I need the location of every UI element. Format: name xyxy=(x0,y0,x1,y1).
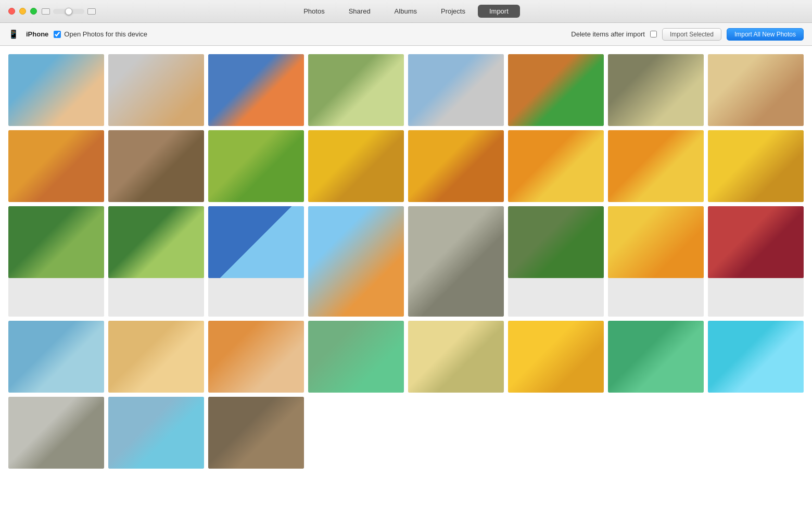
window-controls xyxy=(8,8,37,15)
tab-projects[interactable]: Projects xyxy=(429,5,477,18)
photo-thumbnail[interactable] xyxy=(608,321,704,393)
tab-bar: Photos Shared Albums Projects Import xyxy=(292,5,520,18)
minimize-button[interactable] xyxy=(19,8,26,15)
photo-thumbnail[interactable] xyxy=(208,54,304,126)
photo-thumbnail[interactable] xyxy=(308,206,404,317)
photo-thumbnail[interactable] xyxy=(508,206,604,317)
photo-thumbnail[interactable] xyxy=(708,130,804,202)
photo-thumbnail[interactable] xyxy=(408,130,504,202)
maximize-button[interactable] xyxy=(30,8,37,15)
photo-thumbnail[interactable] xyxy=(108,321,204,393)
photo-thumbnail[interactable] xyxy=(208,130,304,202)
tab-shared[interactable]: Shared xyxy=(337,5,382,18)
resize-icon-large xyxy=(87,8,96,15)
photo-thumbnail[interactable] xyxy=(308,54,404,126)
open-photos-checkbox[interactable] xyxy=(54,31,61,38)
photo-thumbnail[interactable] xyxy=(8,54,104,126)
photo-thumbnail[interactable] xyxy=(8,206,104,317)
photo-thumbnail[interactable] xyxy=(708,206,804,317)
photo-thumbnail[interactable] xyxy=(108,130,204,202)
open-photos-label: Open Photos for this device xyxy=(64,30,147,38)
import-all-button[interactable]: Import All New Photos xyxy=(727,28,804,41)
photo-thumbnail[interactable] xyxy=(108,206,204,317)
photo-thumbnail[interactable] xyxy=(308,130,404,202)
resize-icon-small xyxy=(42,8,50,15)
photo-thumbnail[interactable] xyxy=(708,321,804,393)
photo-thumbnail[interactable] xyxy=(608,54,704,126)
photo-thumbnail[interactable] xyxy=(508,54,604,126)
photo-thumbnail[interactable] xyxy=(308,321,404,393)
photo-thumbnail[interactable] xyxy=(508,321,604,393)
tab-import[interactable]: Import xyxy=(478,5,520,18)
toolbar: 📱 iPhone Open Photos for this device Del… xyxy=(0,23,812,46)
zoom-slider[interactable] xyxy=(53,9,84,14)
import-selected-button[interactable]: Import Selected xyxy=(662,28,721,41)
photo-thumbnail[interactable] xyxy=(708,54,804,126)
close-button[interactable] xyxy=(8,8,15,15)
photo-thumbnail[interactable] xyxy=(208,206,304,317)
photo-thumbnail[interactable] xyxy=(8,397,104,469)
photo-thumbnail[interactable] xyxy=(8,321,104,393)
photo-thumbnail[interactable] xyxy=(408,206,504,317)
open-photos-container: Open Photos for this device xyxy=(54,30,147,38)
photo-thumbnail[interactable] xyxy=(408,54,504,126)
photo-thumbnail[interactable] xyxy=(108,397,204,469)
device-icon: 📱 xyxy=(8,29,19,39)
tab-photos[interactable]: Photos xyxy=(292,5,336,18)
delete-label: Delete items after import xyxy=(571,30,645,38)
photo-thumbnail[interactable] xyxy=(108,54,204,126)
delete-checkbox[interactable] xyxy=(650,31,657,37)
photo-thumbnail[interactable] xyxy=(608,130,704,202)
photo-thumbnail[interactable] xyxy=(508,130,604,202)
tab-albums[interactable]: Albums xyxy=(383,5,428,18)
photo-thumbnail[interactable] xyxy=(208,397,304,469)
photo-thumbnail[interactable] xyxy=(8,130,104,202)
photo-grid-container[interactable] xyxy=(0,46,812,528)
photo-grid xyxy=(8,54,804,469)
titlebar: Photos Shared Albums Projects Import xyxy=(0,0,812,23)
photo-thumbnail[interactable] xyxy=(208,321,304,393)
resize-icons xyxy=(42,8,96,15)
photo-thumbnail[interactable] xyxy=(608,206,704,317)
device-label: iPhone xyxy=(26,30,48,38)
photo-thumbnail[interactable] xyxy=(408,321,504,393)
